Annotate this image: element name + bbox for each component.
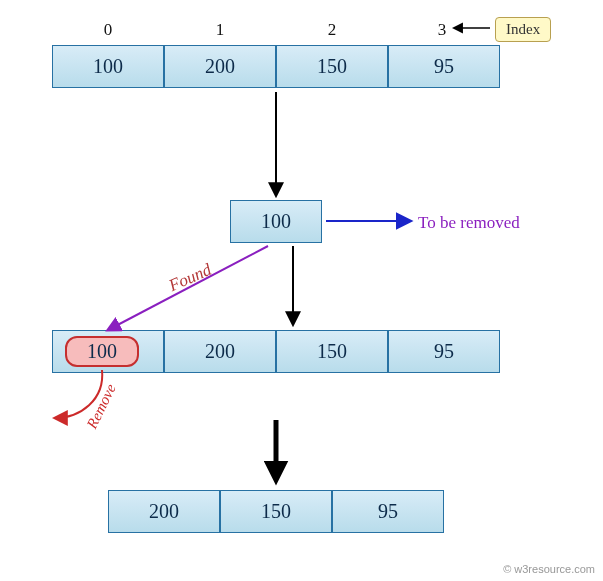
diagram-canvas: 0 1 2 3 Index 100 200 150 95 100 To be r… bbox=[0, 0, 603, 581]
arrow-found bbox=[108, 246, 268, 330]
copyright: © w3resource.com bbox=[503, 563, 595, 575]
arrows-layer bbox=[0, 0, 603, 581]
arrow-remove bbox=[55, 370, 102, 418]
